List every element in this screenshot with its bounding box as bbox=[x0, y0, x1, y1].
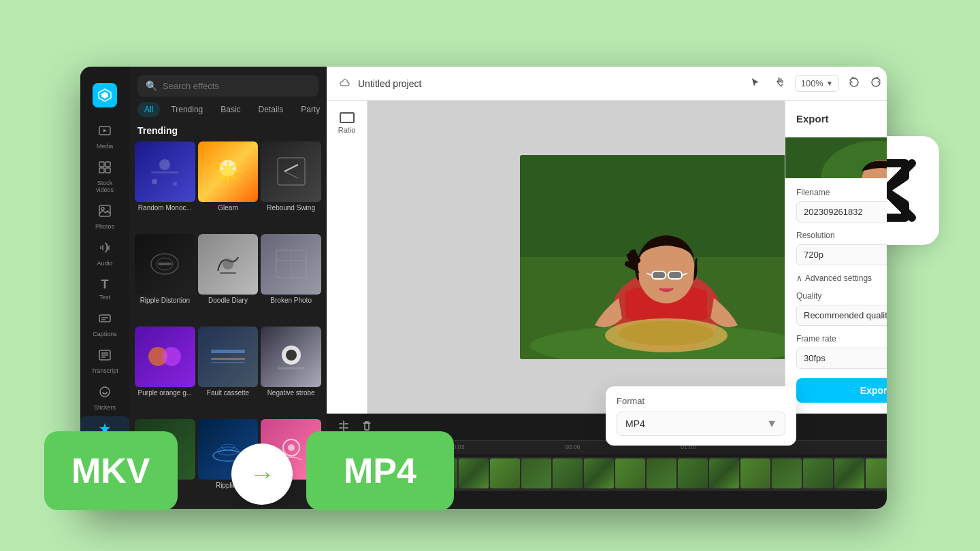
effect-name-ripple: Ripple Distortion bbox=[135, 295, 195, 306]
filmstrip-frame bbox=[615, 458, 645, 488]
svg-rect-1 bbox=[99, 162, 104, 167]
mp4-label: MP4 bbox=[306, 431, 454, 510]
svg-rect-22 bbox=[276, 250, 306, 278]
export-panel-btn[interactable]: Export bbox=[796, 378, 887, 403]
format-dropdown: Format MP4 MOV AVI MKV ▼ bbox=[606, 386, 796, 446]
filmstrip-frame bbox=[803, 458, 833, 488]
effect-item-negative[interactable]: Negative strobe bbox=[261, 327, 321, 416]
effect-item-random-monoc[interactable]: Random Monoc... bbox=[135, 141, 195, 231]
advanced-settings-chevron: ∧ bbox=[796, 273, 802, 283]
sidebar-captions-label: Captions bbox=[93, 331, 117, 337]
sidebar-audio-label: Audio bbox=[97, 260, 112, 267]
svg-point-14 bbox=[173, 182, 177, 186]
sidebar-item-transcript[interactable]: Transcript bbox=[80, 343, 129, 380]
effect-name-doodle: Doodle Diary bbox=[198, 295, 259, 306]
quality-input[interactable] bbox=[796, 305, 887, 326]
svg-rect-25 bbox=[211, 350, 245, 353]
top-bar: Untitled project 100% ▼ bbox=[327, 67, 887, 101]
sidebar-item-text[interactable]: T Text bbox=[80, 272, 129, 306]
text-icon: T bbox=[101, 278, 109, 292]
export-panel-header: Export × bbox=[785, 101, 887, 137]
filmstrip-frame bbox=[490, 458, 520, 488]
effect-item-purple[interactable]: Purple orange g... bbox=[135, 327, 195, 416]
filter-tab-party[interactable]: Party bbox=[294, 102, 327, 117]
canvas-area: Ratio bbox=[327, 101, 887, 414]
effect-name-broken: Broken Photo bbox=[261, 295, 321, 306]
sidebar-item-photos[interactable]: Photos bbox=[80, 199, 129, 235]
svg-point-9 bbox=[100, 387, 110, 397]
filter-tab-all[interactable]: All bbox=[137, 102, 160, 117]
photos-icon bbox=[98, 204, 112, 221]
filmstrip-frame bbox=[709, 458, 739, 488]
sidebar-item-captions[interactable]: Captions bbox=[80, 306, 129, 343]
filter-tab-details[interactable]: Details bbox=[252, 102, 291, 117]
filmstrip-frame bbox=[647, 458, 676, 488]
effect-name-purple: Purple orange g... bbox=[135, 387, 195, 399]
svg-rect-16 bbox=[278, 158, 305, 185]
sidebar-stickers-label: Stickers bbox=[94, 404, 116, 411]
redo-btn[interactable] bbox=[866, 74, 885, 93]
filename-label: Filename bbox=[796, 188, 887, 197]
effect-item-rebound[interactable]: Rebound Swing bbox=[261, 141, 321, 231]
framerate-select-wrapper: 30fps 24fps 60fps ▼ bbox=[796, 348, 887, 369]
ratio-button[interactable]: Ratio bbox=[330, 106, 364, 140]
mkv-text: MKV bbox=[71, 451, 150, 490]
svg-rect-5 bbox=[99, 205, 110, 216]
advanced-settings[interactable]: ∧ Advanced settings bbox=[796, 273, 887, 283]
resolution-input[interactable] bbox=[796, 244, 887, 265]
framerate-select[interactable]: 30fps 24fps 60fps bbox=[796, 348, 887, 369]
svg-rect-2 bbox=[105, 162, 110, 167]
video-preview bbox=[520, 155, 813, 359]
framerate-group: Frame rate 30fps 24fps 60fps ▼ bbox=[796, 334, 887, 369]
filter-tab-trending[interactable]: Trending bbox=[164, 102, 210, 117]
filmstrip-frame bbox=[459, 458, 489, 488]
svg-point-20 bbox=[223, 258, 233, 269]
effect-item-fault[interactable]: Fault cassette bbox=[198, 327, 259, 416]
export-form: Filename Resolution ∧ Advanced settings … bbox=[785, 178, 887, 378]
sidebar-item-audio[interactable]: Audio bbox=[80, 235, 129, 272]
effect-item-doodle[interactable]: Doodle Diary bbox=[198, 234, 259, 324]
effect-name-negative: Negative strobe bbox=[261, 387, 321, 399]
svg-point-36 bbox=[288, 444, 295, 451]
sidebar-photos-label: Photos bbox=[95, 223, 114, 230]
search-input[interactable] bbox=[163, 81, 310, 91]
video-preview-bg bbox=[520, 155, 813, 359]
svg-rect-27 bbox=[211, 362, 245, 363]
svg-rect-19 bbox=[158, 263, 172, 265]
undo-redo-group bbox=[845, 74, 885, 93]
filmstrip-frame bbox=[678, 458, 708, 488]
project-title: Untitled project bbox=[358, 78, 738, 89]
effect-name-random: Random Monoc... bbox=[135, 202, 195, 214]
sidebar-item-stickers[interactable]: Stickers bbox=[80, 380, 129, 416]
effect-name-fault: Fault cassette bbox=[198, 387, 259, 399]
filename-input[interactable] bbox=[796, 201, 887, 222]
stock-icon bbox=[98, 161, 112, 178]
sidebar-item-media[interactable]: Media bbox=[80, 118, 129, 155]
svg-rect-12 bbox=[151, 171, 178, 173]
woman-svg bbox=[520, 155, 813, 359]
effect-item-broken[interactable]: Broken Photo bbox=[261, 234, 321, 324]
arrow-icon: → bbox=[249, 460, 275, 489]
advanced-settings-label: Advanced settings bbox=[805, 273, 872, 283]
filename-group: Filename bbox=[796, 188, 887, 222]
filmstrip-frame bbox=[866, 458, 887, 488]
filmstrip-frame bbox=[772, 458, 802, 488]
captions-icon bbox=[98, 312, 112, 329]
logo-area bbox=[80, 75, 129, 118]
format-select[interactable]: MP4 MOV AVI MKV bbox=[617, 412, 785, 436]
hand-tool-btn[interactable] bbox=[770, 74, 789, 93]
effect-item-ripple[interactable]: Ripple Distortion bbox=[135, 234, 195, 324]
undo-btn[interactable] bbox=[845, 74, 864, 93]
sidebar-media-label: Media bbox=[97, 143, 114, 150]
cursor-tool-btn[interactable] bbox=[746, 74, 765, 93]
effect-item-gleam[interactable]: Gleam bbox=[198, 141, 259, 231]
filter-tab-basic[interactable]: Basic bbox=[214, 102, 247, 117]
ratio-label: Ratio bbox=[338, 126, 356, 134]
sidebar-item-stock[interactable]: Stockvideos bbox=[80, 155, 129, 199]
zoom-control[interactable]: 100% ▼ bbox=[795, 75, 839, 92]
mkv-label: MKV bbox=[44, 431, 178, 510]
export-preview-thumbnail bbox=[785, 137, 887, 178]
zoom-dropdown-icon: ▼ bbox=[826, 80, 833, 87]
sidebar-text-label: Text bbox=[99, 294, 111, 301]
resolution-label: Resolution bbox=[796, 231, 887, 240]
